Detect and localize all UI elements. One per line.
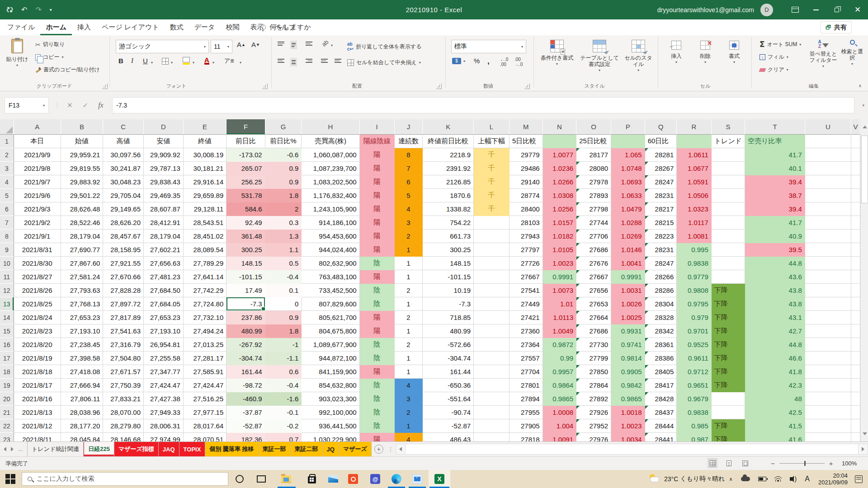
cell-A22[interactable]: 2021/8/12 <box>14 419 61 433</box>
cell-T17[interactable]: 46.6 <box>745 352 805 365</box>
cell-V22[interactable] <box>851 419 860 433</box>
insert-cells-button[interactable]: 挿入▾ <box>665 41 688 66</box>
cell-M21[interactable]: 27955 <box>509 406 543 419</box>
cell-K13[interactable]: -7.3 <box>423 297 474 311</box>
cell-B19[interactable]: 27,666.94 <box>61 379 104 392</box>
cell-R13[interactable]: 0.9795 <box>677 297 711 311</box>
cell-G4[interactable]: 0.9 <box>265 175 302 189</box>
row-header-5[interactable]: 5 <box>0 189 14 202</box>
align-bottom-icon[interactable] <box>306 41 312 47</box>
cell-G18[interactable]: 0.6 <box>265 365 302 379</box>
col-header-D[interactable]: D <box>144 119 184 135</box>
cell-E17[interactable]: 27,281.17 <box>184 352 227 365</box>
cell-F17[interactable]: -304.74 <box>226 352 265 365</box>
ime-indicator[interactable]: A <box>805 475 810 483</box>
cell-N3[interactable]: 1.0236 <box>543 162 577 175</box>
decrease-indent-icon[interactable] <box>321 58 328 64</box>
cell-O5[interactable]: 27893 <box>576 189 611 202</box>
cell-M12[interactable]: 27541 <box>509 284 543 297</box>
cell-R19[interactable]: 0.9651 <box>677 379 711 392</box>
cell-D19[interactable]: 27,424.47 <box>144 379 184 392</box>
row-header-21[interactable]: 21 <box>0 406 14 419</box>
cell-R7[interactable]: 1.0117 <box>677 216 711 230</box>
cell-M20[interactable]: 27894 <box>509 392 543 406</box>
cancel-icon[interactable]: ✕ <box>67 101 73 109</box>
taskbar-search[interactable]: ここに入力して検索 <box>22 472 228 486</box>
increase-decimal-button[interactable]: ←.0.00 <box>500 57 508 67</box>
col-header-N[interactable]: N <box>543 119 577 135</box>
cell-H9[interactable]: 944,024,400 <box>302 243 359 257</box>
cell-M16[interactable]: 27364 <box>509 338 543 352</box>
cell-J9[interactable]: 1 <box>395 243 423 257</box>
cell-J21[interactable]: 2 <box>395 406 423 419</box>
font-color-arrow[interactable]: ▾ <box>212 61 214 65</box>
cell-E22[interactable]: 28,017.64 <box>184 419 227 433</box>
cell-styles-button[interactable]: セルのスタイル▾ <box>624 40 653 74</box>
cell-P3[interactable]: 1.0748 <box>611 162 645 175</box>
cell-B18[interactable]: 27,418.08 <box>61 365 104 379</box>
cell-M22[interactable]: 27905 <box>509 419 543 433</box>
cell-H5[interactable]: 1,176,832,400 <box>302 189 359 202</box>
row-header-9[interactable]: 9 <box>0 243 14 257</box>
cell-F2[interactable]: -173.02 <box>226 148 265 162</box>
cell-N6[interactable]: 1.0256 <box>543 202 577 216</box>
align-left-icon[interactable] <box>278 58 284 64</box>
cell-L22[interactable] <box>474 419 509 433</box>
cell-M17[interactable]: 27557 <box>509 352 543 365</box>
cell-L10[interactable] <box>474 257 509 270</box>
cell-T3[interactable]: 40.1 <box>745 162 805 175</box>
cell-S7[interactable] <box>712 216 745 230</box>
cell-K18[interactable]: 161.44 <box>423 365 474 379</box>
cell-P15[interactable]: 0.9931 <box>611 324 645 338</box>
onedrive-icon[interactable] <box>741 477 750 481</box>
cell-J1[interactable]: 連続数 <box>395 135 423 148</box>
cell-G5[interactable]: 1.8 <box>265 189 302 202</box>
cell-L3[interactable]: 千 <box>474 162 509 175</box>
edge-icon[interactable] <box>391 474 402 484</box>
col-header-J[interactable]: J <box>395 119 423 135</box>
cell-U19[interactable] <box>805 379 851 392</box>
orientation-icon[interactable]: ab <box>321 38 330 48</box>
scroll-down-icon[interactable] <box>861 426 868 441</box>
cell-I21[interactable]: 陰 <box>360 406 395 419</box>
cell-I20[interactable]: 陰 <box>360 392 395 406</box>
cell-O9[interactable]: 27686 <box>576 243 611 257</box>
cell-A21[interactable]: 2021/8/13 <box>14 406 61 419</box>
cell-U1[interactable] <box>805 135 851 148</box>
cell-M7[interactable]: 28103 <box>509 216 543 230</box>
horizontal-scrollbar[interactable] <box>396 444 868 455</box>
cell-T5[interactable]: 38.7 <box>745 189 805 202</box>
cell-O21[interactable]: 27926 <box>576 406 611 419</box>
cell-I10[interactable]: 陰 <box>360 257 395 270</box>
cell-P5[interactable]: 1.0633 <box>611 189 645 202</box>
cell-C15[interactable]: 27,541.63 <box>103 324 144 338</box>
cell-J8[interactable]: 2 <box>395 230 423 243</box>
cell-B5[interactable]: 29,501.22 <box>61 189 104 202</box>
cell-I17[interactable]: 陰 <box>360 352 395 365</box>
cell-O3[interactable]: 28080 <box>576 162 611 175</box>
cell-U4[interactable] <box>805 175 851 189</box>
row-header-4[interactable]: 4 <box>0 175 14 189</box>
cell-J13[interactable]: 1 <box>395 297 423 311</box>
cell-D20[interactable]: 27,427.38 <box>144 392 184 406</box>
cell-A6[interactable]: 2021/9/3 <box>14 202 61 216</box>
cell-F15[interactable]: 480.99 <box>226 324 265 338</box>
cell-S2[interactable] <box>712 148 745 162</box>
cell-R11[interactable]: 0.9779 <box>677 270 711 284</box>
cell-N12[interactable]: 1.0073 <box>543 284 577 297</box>
cell-C5[interactable]: 29,705.04 <box>103 189 144 202</box>
cell-L15[interactable] <box>474 324 509 338</box>
zoom-in-icon[interactable]: + <box>829 460 833 467</box>
cell-N5[interactable]: 1.0308 <box>543 189 577 202</box>
clock[interactable]: 20:04 2021/09/09 <box>818 472 848 486</box>
cell-E13[interactable]: 27,724.80 <box>184 297 227 311</box>
cell-E6[interactable]: 29,128.11 <box>184 202 227 216</box>
cell-M2[interactable]: 29779 <box>509 148 543 162</box>
cell-Q20[interactable]: 28428 <box>645 392 677 406</box>
cell-O20[interactable]: 27892 <box>576 392 611 406</box>
cell-Q17[interactable]: 28386 <box>645 352 677 365</box>
cell-T18[interactable]: 41.8 <box>745 365 805 379</box>
align-center-icon[interactable] <box>290 58 297 66</box>
pc-settings-app-icon[interactable] <box>412 474 423 484</box>
cell-G19[interactable]: -0.4 <box>265 379 302 392</box>
